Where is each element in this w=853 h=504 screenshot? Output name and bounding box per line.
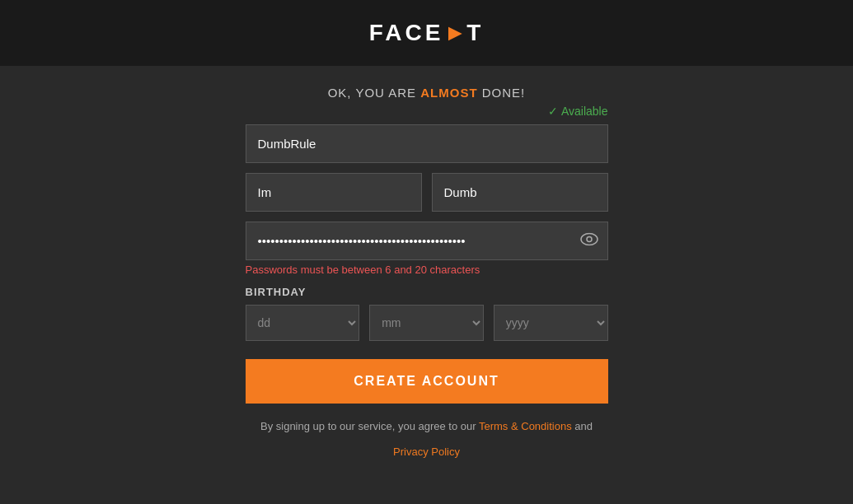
logo-text-left: FACE	[369, 20, 444, 46]
birthday-section: BIRTHDAY	[246, 286, 608, 295]
eye-icon[interactable]	[580, 232, 598, 250]
svg-point-0	[581, 233, 598, 245]
password-error: Passwords must be between 6 and 20 chara…	[246, 264, 608, 276]
page-subtitle: OK, YOU ARE ALMOST DONE!	[328, 86, 526, 100]
privacy-link[interactable]: Privacy Policy	[393, 446, 460, 458]
logo-arrow-icon: ►	[443, 20, 466, 46]
firstname-input[interactable]	[246, 173, 422, 212]
subtitle-prefix: OK, YOU ARE	[328, 86, 421, 100]
available-status: ✓Available	[246, 105, 608, 118]
month-select[interactable]: mm	[369, 305, 484, 341]
name-row	[246, 173, 608, 212]
logo-text-right: T	[466, 20, 484, 46]
day-select[interactable]: dd	[246, 305, 360, 341]
birthday-label: BIRTHDAY	[246, 286, 608, 298]
terms-link[interactable]: Terms & Conditions	[479, 420, 572, 432]
password-input[interactable]	[246, 222, 608, 260]
registration-form: Passwords must be between 6 and 20 chara…	[246, 124, 608, 459]
birthday-row: dd mm yyyy	[246, 305, 608, 341]
lastname-input[interactable]	[432, 173, 608, 212]
main-content: OK, YOU ARE ALMOST DONE! ✓Available Pass…	[0, 66, 853, 459]
terms-and: and	[572, 420, 593, 432]
available-label: Available	[561, 105, 608, 118]
svg-point-1	[587, 236, 592, 241]
logo: FACE ► T	[369, 20, 485, 46]
terms-prefix: By signing up to our service, you agree …	[260, 420, 479, 432]
terms-text: By signing up to our service, you agree …	[246, 420, 608, 432]
year-select[interactable]: yyyy	[494, 305, 608, 341]
subtitle-suffix: DONE!	[478, 86, 526, 100]
create-account-button[interactable]: CREATE ACCOUNT	[246, 359, 608, 404]
check-icon: ✓	[548, 105, 558, 118]
username-input[interactable]	[246, 124, 608, 163]
subtitle-almost: ALMOST	[420, 86, 477, 100]
header: FACE ► T	[0, 0, 853, 66]
privacy-row: Privacy Policy	[246, 444, 608, 459]
password-wrapper	[246, 222, 608, 260]
